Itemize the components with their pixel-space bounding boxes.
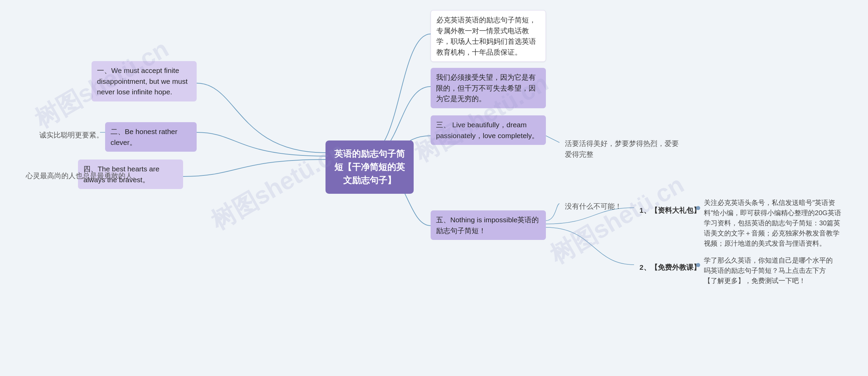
text-chengshi: 诚实比聪明更要紧。 (34, 126, 109, 145)
dot-item2 (696, 263, 700, 267)
item2-label: 2、【免费外教课】 (634, 258, 706, 277)
item1-label: 1、【资料大礼包】 (634, 201, 706, 220)
top-box-node: 必克英语英语的励志句子简短，专属外教一对一情景式电话教学，职场人士和妈妈们首选英… (431, 10, 546, 62)
watermark-4: 树图shetü.cn (544, 168, 690, 271)
svg-line-2 (546, 136, 559, 143)
dot-item1 (696, 206, 700, 210)
center-node: 英语的励志句子简短【干净简短的英文励志句子】 (326, 140, 414, 194)
item1-text: 关注必克英语头条号，私信发送暗号"英语资料"给小编，即可获得小编精心整理的20G… (698, 193, 851, 252)
box2-node: 我们必须接受失望，因为它是有限的，但千万不可失去希望，因为它是无穷的。 (431, 68, 546, 108)
item2-text: 学了那么久英语，你知道自己是哪个水平的吗英语的励志句子简短？马上点击左下方【了解… (698, 251, 844, 290)
text-xinling: 心灵最高尚的人也总是最勇敢的人。 (20, 166, 145, 185)
box3-node: 三、 Live beautifully，dream passionately，l… (431, 115, 546, 145)
text-huo: 活要活得美好，梦要梦得热烈，爱要爱得完整 (559, 134, 688, 164)
left2-node: 二、Be honest rather clever。 (105, 122, 197, 152)
left1-node: 一、We must accept finite disappointment, … (92, 61, 197, 101)
box5-node: 五、Nothing is impossible英语的励志句子简短！ (431, 210, 546, 240)
text-meiyou: 没有什么不可能！ (559, 197, 627, 216)
